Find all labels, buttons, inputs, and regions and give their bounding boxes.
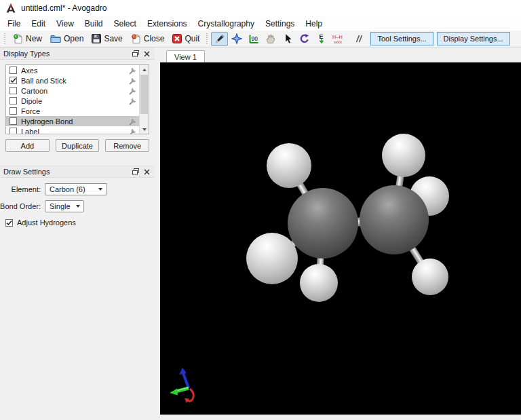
display-types-panel: Display Types AxesBall and StickCartoonD… (0, 47, 155, 155)
display-type-checkbox[interactable] (9, 77, 17, 84)
open-button[interactable]: Open (46, 32, 88, 45)
scroll-up-icon[interactable] (140, 65, 149, 74)
display-type-checkbox[interactable] (9, 97, 17, 104)
hydrogen-atom[interactable] (246, 233, 298, 284)
display-type-checkbox[interactable] (9, 117, 17, 125)
auto-rotate-tool-button[interactable] (296, 32, 313, 46)
display-types-title: Display Types (3, 50, 130, 58)
navigate-tool-button[interactable] (228, 32, 245, 46)
tool-settings-button[interactable]: Tool Settings... (370, 32, 433, 45)
wrench-settings-icon[interactable] (129, 77, 137, 85)
molecule-viewport-3d[interactable] (160, 62, 521, 415)
display-types-scrollbar[interactable] (139, 65, 149, 134)
bond-order-dropdown[interactable]: Single (45, 200, 84, 212)
display-type-checkbox[interactable] (9, 107, 17, 115)
svg-text:H--H: H--H (332, 35, 343, 39)
float-panel-icon[interactable] (131, 167, 140, 176)
wrench-settings-icon[interactable] (129, 128, 137, 135)
display-type-row-ball-and-stick[interactable]: Ball and Stick (6, 75, 139, 85)
new-button-label: New (26, 34, 42, 43)
display-type-checkbox[interactable] (9, 87, 17, 94)
remove-button[interactable]: Remove (105, 139, 149, 152)
wrench-settings-icon[interactable] (129, 66, 137, 75)
display-types-header[interactable]: Display Types (0, 47, 155, 60)
display-type-label: Dipole (21, 97, 125, 105)
bond-order-label: Bond Order: (0, 202, 45, 210)
wrench-settings-icon[interactable] (129, 117, 137, 126)
scrollbar-thumb[interactable] (140, 75, 148, 114)
adjust-hydrogens-checkbox[interactable] (5, 219, 13, 227)
display-type-row-force[interactable]: Force (6, 106, 139, 116)
quit-button[interactable]: Quit (168, 32, 204, 45)
close-panel-icon[interactable] (142, 167, 151, 176)
close-button[interactable]: Close (127, 32, 169, 46)
main-toolbar: New Open Save (0, 31, 521, 47)
display-type-row-hydrogen-bond[interactable]: Hydrogen Bond (6, 116, 139, 126)
manipulate-tool-button[interactable] (262, 32, 279, 46)
tab-view-1[interactable]: View 1 (166, 50, 205, 62)
menu-view[interactable]: View (51, 17, 79, 31)
save-button[interactable]: Save (88, 32, 126, 45)
measure-tool-button[interactable]: H--H xxxx (330, 32, 350, 46)
menu-settings[interactable]: Settings (260, 17, 300, 31)
wrench-settings-icon[interactable] (129, 87, 137, 95)
new-button[interactable]: New (9, 32, 46, 46)
svg-text:xxxx: xxxx (334, 40, 342, 44)
menu-select[interactable]: Select (109, 17, 142, 31)
toolbar-grip-handle[interactable] (206, 33, 209, 45)
avogadro-app-icon (5, 3, 16, 14)
rotate-arrow-icon (299, 33, 310, 44)
display-type-label: Ball and Stick (21, 77, 125, 85)
cursor-arrow-icon (283, 33, 292, 44)
scroll-down-icon[interactable] (140, 125, 149, 134)
menu-edit[interactable]: Edit (26, 17, 51, 31)
draw-settings-title: Draw Settings (3, 168, 130, 176)
star-icon (231, 33, 242, 44)
element-label: Element: (0, 185, 45, 193)
display-type-row-cartoon[interactable]: Cartoon (6, 85, 139, 96)
angle-90-icon: 90 (248, 33, 259, 44)
add-button[interactable]: Add (5, 139, 50, 152)
wrench-settings-icon[interactable] (129, 97, 137, 105)
draw-tool-button[interactable] (211, 32, 228, 46)
hydrogen-atom[interactable] (300, 264, 338, 302)
display-types-list: AxesBall and StickCartoonDipoleForceHydr… (5, 64, 149, 134)
display-type-label: Force (21, 107, 137, 115)
display-type-label: Axes (21, 66, 125, 75)
display-settings-button[interactable]: Display Settings... (437, 32, 510, 45)
display-type-checkbox[interactable] (9, 128, 17, 134)
auto-optimize-tool-button[interactable]: E (313, 32, 330, 46)
carbon-atom[interactable] (360, 185, 429, 254)
display-type-checkbox[interactable] (9, 66, 17, 74)
menu-extensions[interactable]: Extensions (142, 17, 193, 31)
chevron-down-icon (76, 205, 80, 208)
view-tab-bar: View 1 (160, 47, 521, 62)
selection-tool-button[interactable] (279, 32, 296, 46)
menu-crystallography[interactable]: Crystallography (193, 17, 260, 31)
toolbar-grip-handle[interactable] (3, 33, 7, 45)
menu-help[interactable]: Help (300, 17, 328, 31)
menu-file[interactable]: File (2, 17, 26, 31)
float-panel-icon[interactable] (131, 49, 140, 58)
element-value: Carbon (6) (50, 185, 85, 193)
hydrogen-atom[interactable] (382, 134, 425, 177)
panel-splitter[interactable] (155, 47, 160, 415)
close-panel-icon[interactable] (142, 49, 151, 58)
carbon-atom[interactable] (288, 188, 358, 259)
hydrogen-atom[interactable] (267, 143, 311, 188)
hydrogen-atom[interactable] (412, 259, 448, 295)
close-button-label: Close (144, 34, 165, 43)
window-titlebar: untitled.cml* - Avogadro (0, 0, 521, 16)
display-type-row-label[interactable]: Label (6, 126, 139, 134)
quit-button-label: Quit (185, 34, 199, 43)
save-floppy-icon (92, 34, 101, 43)
measure-icon: H--H xxxx (332, 33, 348, 44)
element-dropdown[interactable]: Carbon (6) (45, 183, 107, 195)
draw-settings-header[interactable]: Draw Settings (0, 166, 155, 178)
display-type-row-axes[interactable]: Axes (6, 65, 139, 75)
menu-build[interactable]: Build (79, 17, 109, 31)
bond-centric-tool-button[interactable]: 90 (245, 32, 262, 46)
display-type-row-dipole[interactable]: Dipole (6, 96, 139, 106)
duplicate-button[interactable]: Duplicate (56, 139, 100, 152)
align-tool-button[interactable] (350, 32, 367, 46)
